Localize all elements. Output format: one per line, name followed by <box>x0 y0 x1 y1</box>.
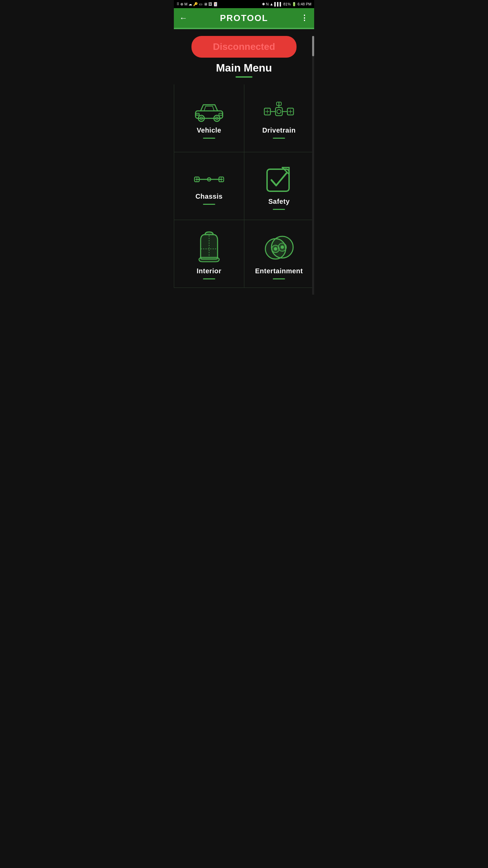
battery-icon: 🔋 <box>292 2 297 6</box>
wifi-icon: ▲ <box>270 2 273 6</box>
title-divider <box>236 76 252 78</box>
menu-grid: Vehicle <box>174 84 314 288</box>
vehicle-divider <box>203 138 215 139</box>
svg-rect-6 <box>219 113 222 115</box>
toolbar-accent <box>174 28 314 29</box>
svg-point-15 <box>277 110 281 114</box>
signal-icon: ▌▌▌ <box>274 2 282 6</box>
menu-item-interior[interactable]: Interior <box>174 220 244 288</box>
entertainment-divider <box>273 278 285 279</box>
safety-icon <box>265 166 292 193</box>
main-menu-title: Main Menu <box>174 62 314 74</box>
toolbar: ← PROTOOL ⋮ <box>174 8 314 28</box>
drivetrain-label: Drivetrain <box>262 126 296 134</box>
vehicle-label: Vehicle <box>197 126 221 134</box>
menu-item-chassis[interactable]: Chassis <box>174 152 244 220</box>
time: 6:48 PM <box>298 2 311 6</box>
vehicle-icon <box>194 101 224 122</box>
app-title: PROTOOL <box>220 13 268 23</box>
notification-icons: ⠿ ⊕ M ☁ 🔑 ▭ 🖥 🖼 🃏 <box>177 2 218 6</box>
status-right: ✱ N ▲ ▌▌▌ 81% 🔋 6:48 PM <box>262 2 311 6</box>
interior-divider <box>203 278 215 279</box>
chassis-icon <box>194 171 224 188</box>
menu-item-entertainment[interactable]: Entertainment <box>244 220 314 288</box>
status-left: ⠿ ⊕ M ☁ 🔑 ▭ 🖥 🖼 🃏 <box>177 2 218 6</box>
menu-item-vehicle[interactable]: Vehicle <box>174 84 244 152</box>
interior-icon <box>196 232 223 262</box>
menu-item-drivetrain[interactable]: Drivetrain <box>244 84 314 152</box>
entertainment-icon <box>265 232 292 262</box>
nfc-icon: N <box>266 2 269 6</box>
chassis-label: Chassis <box>196 193 223 200</box>
status-bar: ⠿ ⊕ M ☁ 🔑 ▭ 🖥 🖼 🃏 ✱ N ▲ ▌▌▌ 81% 🔋 6:48 P… <box>174 0 314 8</box>
bluetooth-icon: ✱ <box>262 2 265 6</box>
svg-rect-28 <box>267 169 289 191</box>
safety-label: Safety <box>268 198 290 205</box>
drivetrain-divider <box>273 138 285 139</box>
overflow-menu-button[interactable]: ⋮ <box>301 14 309 22</box>
main-content: Disconnected Main Menu <box>174 36 314 295</box>
entertainment-label: Entertainment <box>255 267 303 275</box>
drivetrain-icon <box>264 101 294 122</box>
scrollbar-thumb[interactable] <box>312 36 314 56</box>
scrollbar-track[interactable] <box>312 36 314 295</box>
disconnected-button[interactable]: Disconnected <box>191 36 297 58</box>
back-button[interactable]: ← <box>179 13 187 23</box>
interior-label: Interior <box>197 267 221 275</box>
battery-text: 81% <box>283 2 291 6</box>
menu-item-safety[interactable]: Safety <box>244 152 314 220</box>
safety-divider <box>273 209 285 210</box>
chassis-divider <box>203 204 215 205</box>
svg-point-37 <box>274 248 277 250</box>
